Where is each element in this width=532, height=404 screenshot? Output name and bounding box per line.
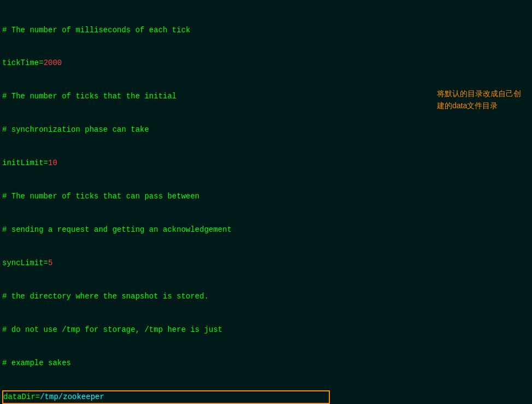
- line-1: # The number of milliseconds of each tic…: [2, 25, 532, 36]
- annotation-block: 将默认的目录改成自己创 建的data文件目录: [437, 87, 521, 112]
- key-ticktime: tickTime=: [2, 58, 44, 67]
- code-block: # The number of milliseconds of each tic…: [2, 2, 532, 404]
- line-5: initLimit=10: [2, 157, 532, 168]
- content-area: # The number of milliseconds of each tic…: [0, 0, 532, 404]
- line-10: # do not use /tmp for storage, /tmp here…: [2, 324, 532, 335]
- line-9: # the directory where the snapshot is st…: [2, 291, 532, 302]
- line-datadir: dataDir=/tmp/zookeeper: [2, 390, 330, 403]
- value-initlimit: 10: [48, 159, 57, 167]
- key-initlimit: initLimit=: [2, 159, 48, 167]
- value-ticktime: 2000: [44, 58, 62, 67]
- value-datadir: /tmp/zookeeper: [40, 393, 104, 401]
- annotation-line1: 将默认的目录改成自己创: [437, 87, 521, 99]
- key-synclimit: syncLimit=: [2, 259, 48, 267]
- line-11: # example sakes: [2, 358, 532, 368]
- line-6: # The number of ticks that can pass betw…: [2, 191, 532, 202]
- line-4: # synchronization phase can take: [2, 124, 532, 135]
- terminal-window: # The number of milliseconds of each tic…: [0, 0, 532, 404]
- value-synclimit: 5: [48, 259, 52, 267]
- key-datadir: dataDir=: [3, 393, 40, 401]
- line-8: syncLimit=5: [2, 257, 532, 268]
- line-7: # sending a request and getting an ackno…: [2, 224, 532, 235]
- line-2: tickTime=2000: [2, 57, 532, 68]
- annotation-line2: 建的data文件目录: [437, 99, 521, 112]
